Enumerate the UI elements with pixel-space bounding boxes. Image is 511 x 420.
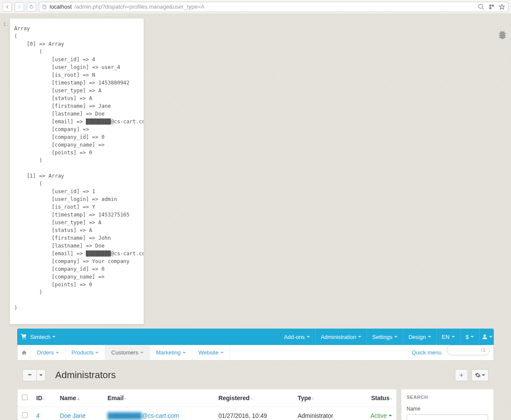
search-name-label: Name (407, 406, 488, 412)
back-dropdown-segment[interactable] (37, 370, 45, 381)
menu-products[interactable]: Products (66, 345, 105, 360)
col-type[interactable]: Type▪ (293, 389, 354, 407)
row-registered: 01/27/2016, 10:49 (214, 407, 293, 420)
col-id[interactable]: ID▪ (32, 389, 56, 407)
page-body: 1. Array ( [0] => Array ( [user_id] => 4… (0, 14, 511, 420)
menubar-search[interactable] (447, 345, 490, 355)
brand-dropdown[interactable]: Simtech (30, 334, 60, 340)
svg-rect-0 (489, 4, 492, 6)
url-bar-icons (478, 3, 505, 10)
admin-topbar: Simtech Add-ons Administration Settings … (17, 329, 494, 345)
page-header: Administrators (17, 364, 494, 386)
home-icon[interactable] (18, 345, 31, 360)
users-table: ID▪ Name▴ Email▪ Registered▪ Type▪ Statu… (18, 389, 396, 420)
gear-icon (475, 372, 481, 378)
settings-split-button[interactable] (471, 369, 489, 381)
bug-icon[interactable] (497, 29, 508, 40)
back-button[interactable] (3, 2, 12, 12)
topbar-link-design[interactable]: Design (403, 329, 436, 345)
topbar-user-menu[interactable] (479, 329, 494, 345)
table-row: 4 Doe Jane ████████@cs-cart.com 01/27/20… (18, 407, 396, 420)
row-type: Administrator (293, 407, 354, 420)
quick-menu-link[interactable]: Quick menu (412, 345, 447, 360)
svg-rect-2 (489, 7, 492, 9)
menu-website[interactable]: Website (192, 345, 230, 360)
users-table-panel: ID▪ Name▴ Email▪ Registered▪ Type▪ Statu… (17, 389, 397, 420)
menu-orders[interactable]: Orders (31, 345, 66, 360)
select-all-checkbox[interactable] (22, 395, 28, 400)
topbar-link-administration[interactable]: Administration (315, 329, 367, 345)
menu-marketing[interactable]: Marketing (150, 345, 192, 360)
col-email[interactable]: Email▪ (103, 389, 214, 407)
debug-dump-panel: 1. Array ( [0] => Array ( [user_id] => 4… (9, 18, 144, 324)
back-split-button[interactable] (22, 369, 46, 381)
col-registered[interactable]: Registered▪ (214, 389, 293, 407)
row-id-link[interactable]: 4 (36, 412, 40, 419)
search-name-input[interactable] (407, 414, 488, 420)
svg-point-4 (25, 339, 26, 339)
row-status-dropdown[interactable]: Active (359, 412, 392, 419)
topbar-link-currency[interactable]: $ (460, 329, 479, 345)
menu-customers[interactable]: Customers (105, 345, 150, 360)
cart-icon[interactable] (17, 333, 30, 340)
url-host: localhost (50, 3, 72, 10)
col-status[interactable]: Status▪ (354, 389, 396, 407)
dump-line-number: 1. (3, 22, 9, 27)
search-panel: SEARCH Name (401, 389, 494, 420)
debug-dump-text: Array ( [0] => Array ( [user_id] => 4 [u… (10, 19, 144, 324)
forward-button[interactable] (15, 2, 24, 12)
col-name[interactable]: Name▴ (56, 389, 103, 407)
svg-point-3 (22, 339, 23, 339)
row-email-link[interactable]: ████████@cs-cart.com (107, 412, 179, 419)
search-icon[interactable] (478, 3, 485, 10)
extension-icon[interactable] (488, 3, 495, 10)
brand-label: Simtech (30, 334, 50, 340)
row-checkbox[interactable] (22, 412, 28, 418)
admin-menubar: Orders Products Customers Marketing Webs… (17, 345, 494, 360)
search-heading: SEARCH (407, 395, 488, 400)
browser-chrome: localhost/admin.php?dispatch=profiles.ma… (0, 0, 511, 14)
star-icon[interactable] (498, 3, 505, 10)
reload-button[interactable] (27, 2, 36, 12)
row-name-link[interactable]: Doe Jane (60, 412, 86, 419)
plus-icon (458, 372, 464, 378)
url-path: /admin.php?dispatch=profiles.manage&user… (74, 3, 204, 10)
search-icon (481, 348, 486, 353)
topbar-link-settings[interactable]: Settings (367, 329, 403, 345)
svg-rect-1 (492, 4, 494, 6)
topbar-link-lang[interactable]: EN (436, 329, 460, 345)
add-button[interactable] (455, 369, 468, 381)
back-segment[interactable] (23, 370, 37, 381)
topbar-link-addons[interactable]: Add-ons (279, 329, 315, 345)
page-title: Administrators (55, 370, 455, 381)
url-bar[interactable]: localhost/admin.php?dispatch=profiles.ma… (39, 2, 508, 12)
